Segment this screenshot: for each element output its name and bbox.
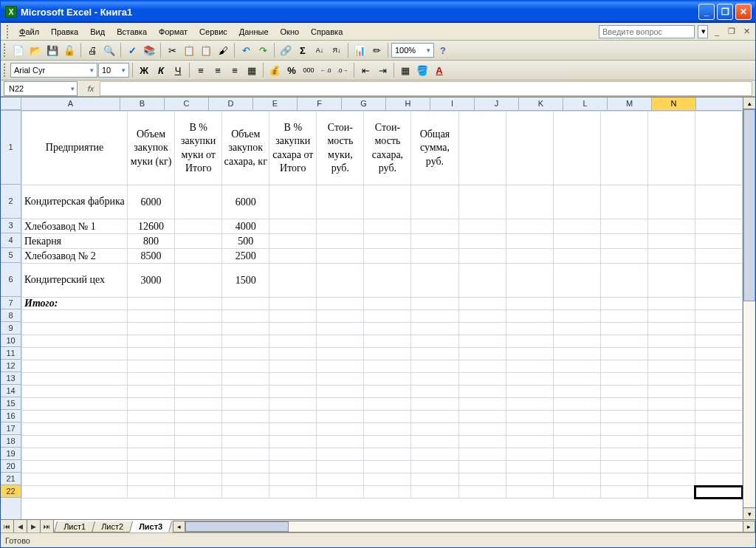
cell-A4[interactable]: Пекарня bbox=[22, 234, 128, 249]
cell-E4[interactable] bbox=[269, 234, 317, 249]
cell-A15[interactable] bbox=[22, 398, 128, 411]
cell-L21[interactable] bbox=[600, 473, 647, 486]
row-header-21[interactable]: 21 bbox=[1, 473, 21, 485]
cell-M16[interactable] bbox=[647, 411, 695, 423]
cell-B16[interactable] bbox=[128, 411, 175, 423]
cell-C9[interactable] bbox=[175, 323, 222, 335]
cell-K20[interactable] bbox=[553, 461, 600, 473]
cell-F21[interactable] bbox=[317, 473, 364, 486]
row-header-9[interactable]: 9 bbox=[1, 322, 21, 335]
cell-J14[interactable] bbox=[506, 386, 553, 398]
cell-C12[interactable] bbox=[175, 360, 222, 373]
cell-J12[interactable] bbox=[506, 360, 553, 373]
cell-N16[interactable] bbox=[695, 411, 742, 423]
cell-I9[interactable] bbox=[458, 323, 506, 335]
cell-F3[interactable] bbox=[317, 219, 364, 234]
cell-D16[interactable] bbox=[222, 411, 269, 423]
cell-H5[interactable] bbox=[411, 249, 458, 264]
menubar-grip[interactable] bbox=[7, 25, 11, 38]
chart-button[interactable]: 📊 bbox=[351, 42, 368, 58]
cell-H9[interactable] bbox=[411, 323, 458, 335]
cell-I18[interactable] bbox=[458, 436, 506, 448]
cell-D10[interactable] bbox=[222, 335, 269, 348]
cell-N9[interactable] bbox=[695, 323, 742, 335]
cell-M1[interactable] bbox=[647, 112, 695, 185]
row-header-14[interactable]: 14 bbox=[1, 385, 21, 397]
cell-B17[interactable] bbox=[128, 423, 175, 436]
cell-C8[interactable] bbox=[175, 310, 222, 323]
cell-D17[interactable] bbox=[222, 423, 269, 436]
cell-M13[interactable] bbox=[647, 373, 695, 386]
cell-M21[interactable] bbox=[647, 473, 695, 486]
cell-M22[interactable] bbox=[647, 486, 695, 499]
col-header-L[interactable]: L bbox=[563, 97, 608, 110]
nav-last-button[interactable]: ⏭ bbox=[41, 520, 54, 532]
col-header-K[interactable]: K bbox=[519, 97, 563, 110]
cell-D14[interactable] bbox=[222, 386, 269, 398]
row-header-15[interactable]: 15 bbox=[1, 397, 21, 410]
cell-H21[interactable] bbox=[411, 473, 458, 486]
col-header-I[interactable]: I bbox=[430, 97, 475, 110]
cell-L19[interactable] bbox=[600, 448, 647, 461]
hscroll-track[interactable] bbox=[289, 521, 743, 532]
sort-desc-button[interactable]: Я↓ bbox=[329, 42, 345, 58]
cell-H20[interactable] bbox=[411, 461, 458, 473]
cell-L17[interactable] bbox=[600, 423, 647, 436]
cell-J6[interactable] bbox=[506, 264, 553, 298]
cell-A14[interactable] bbox=[22, 386, 128, 398]
cell-E22[interactable] bbox=[269, 486, 317, 499]
row-header-8[interactable]: 8 bbox=[1, 309, 21, 322]
col-header-D[interactable]: D bbox=[209, 97, 253, 110]
cell-L4[interactable] bbox=[600, 234, 647, 249]
cell-J22[interactable] bbox=[506, 486, 553, 499]
name-box[interactable]: N22▾ bbox=[4, 81, 78, 96]
permissions-button[interactable]: 🔓 bbox=[61, 42, 78, 58]
cell-A9[interactable] bbox=[22, 323, 128, 335]
menu-tools[interactable]: Сервис bbox=[194, 26, 233, 38]
cell-I14[interactable] bbox=[458, 386, 506, 398]
cell-F1[interactable]: Стои-мость муки, руб. bbox=[317, 112, 364, 185]
col-header-A[interactable]: A bbox=[21, 97, 120, 110]
cell-G12[interactable] bbox=[364, 360, 411, 373]
cell-G16[interactable] bbox=[364, 411, 411, 423]
cell-K11[interactable] bbox=[553, 348, 600, 360]
save-button[interactable]: 💾 bbox=[44, 42, 61, 58]
cell-G18[interactable] bbox=[364, 436, 411, 448]
cell-L14[interactable] bbox=[600, 386, 647, 398]
cell-A2[interactable]: Кондитерская фабрика bbox=[22, 185, 128, 219]
cell-B8[interactable] bbox=[128, 310, 175, 323]
cut-button[interactable]: ✂ bbox=[164, 42, 180, 58]
cell-C13[interactable] bbox=[175, 373, 222, 386]
cell-I13[interactable] bbox=[458, 373, 506, 386]
cell-F16[interactable] bbox=[317, 411, 364, 423]
cell-A10[interactable] bbox=[22, 335, 128, 348]
cell-J7[interactable] bbox=[506, 298, 553, 310]
cell-G1[interactable]: Стои-мость сахара, руб. bbox=[364, 112, 411, 185]
row-header-22[interactable]: 22 bbox=[1, 485, 21, 498]
cell-B1[interactable]: Объем закупок муки (кг) bbox=[128, 112, 175, 185]
cell-A22[interactable] bbox=[22, 486, 128, 499]
format-painter-button[interactable]: 🖌 bbox=[215, 42, 231, 58]
cell-N15[interactable] bbox=[695, 398, 742, 411]
cell-A19[interactable] bbox=[22, 448, 128, 461]
cell-J19[interactable] bbox=[506, 448, 553, 461]
cell-J4[interactable] bbox=[506, 234, 553, 249]
cell-C1[interactable]: В % закупки муки от Итого bbox=[175, 112, 222, 185]
row-header-1[interactable]: 1 bbox=[1, 111, 21, 185]
cell-F7[interactable] bbox=[317, 298, 364, 310]
row-header-7[interactable]: 7 bbox=[1, 297, 21, 309]
col-header-J[interactable]: J bbox=[475, 97, 519, 110]
scroll-up-button[interactable]: ▴ bbox=[743, 97, 755, 109]
cell-F19[interactable] bbox=[317, 448, 364, 461]
cell-E2[interactable] bbox=[269, 185, 317, 219]
cell-E6[interactable] bbox=[269, 264, 317, 298]
cell-C5[interactable] bbox=[175, 249, 222, 264]
cell-H22[interactable] bbox=[411, 486, 458, 499]
cell-A12[interactable] bbox=[22, 360, 128, 373]
align-left-button[interactable]: ≡ bbox=[193, 62, 209, 78]
menu-edit[interactable]: Правка bbox=[46, 26, 83, 38]
row-header-10[interactable]: 10 bbox=[1, 335, 21, 347]
cell-C3[interactable] bbox=[175, 219, 222, 234]
row-header-3[interactable]: 3 bbox=[1, 219, 21, 233]
cell-E21[interactable] bbox=[269, 473, 317, 486]
